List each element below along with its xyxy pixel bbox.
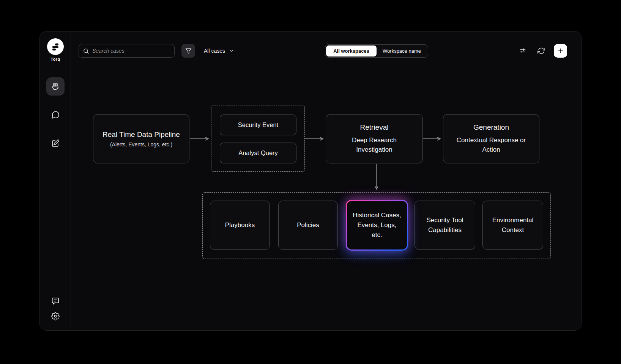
search-cases-box xyxy=(79,44,175,58)
gear-icon xyxy=(51,312,60,320)
node-security-event: Security Event xyxy=(220,115,296,135)
tab-workspace-name[interactable]: Workspace name xyxy=(377,46,427,56)
chat-icon xyxy=(51,110,60,119)
sidebar: Torq xyxy=(40,31,71,330)
sidebar-item-chat[interactable] xyxy=(46,106,65,124)
sidebar-item-compose[interactable] xyxy=(46,134,65,152)
node-environmental-context: Environmental Context xyxy=(482,201,543,250)
node-subtitle: (Alerts, Events, Logs, etc.) xyxy=(110,141,172,147)
sidebar-item-cases[interactable] xyxy=(46,77,65,96)
compose-icon xyxy=(51,139,60,148)
node-retrieval: Retrieval Deep Research Investigation xyxy=(326,114,423,163)
flow-arrows xyxy=(40,31,582,331)
search-input[interactable] xyxy=(92,48,170,54)
node-generation: Generation Contextual Response or Action xyxy=(443,114,539,163)
torq-logo-icon xyxy=(47,38,64,55)
filter-funnel-icon xyxy=(185,48,192,54)
node-security-tool-capabilities: Security Tool Capabilities xyxy=(415,201,475,250)
node-subtitle: Contextual Response or Action xyxy=(453,135,529,154)
node-title: Generation xyxy=(473,123,509,132)
workspace-toggle: All workspaces Workspace name xyxy=(325,44,428,58)
node-title: Real Time Data Pipeline xyxy=(102,130,180,139)
sidebar-item-settings[interactable] xyxy=(46,307,65,325)
cases-icon xyxy=(51,82,60,91)
tab-all-workspaces[interactable]: All workspaces xyxy=(326,46,377,56)
cases-filter-label: All cases xyxy=(204,48,225,54)
screen: Torq xyxy=(0,0,621,364)
node-analyst-query: Analyst Query xyxy=(220,143,296,163)
node-real-time-data-pipeline: Real Time Data Pipeline (Alerts, Events,… xyxy=(93,114,189,163)
app-window: Torq xyxy=(39,31,582,331)
node-historical-cases: Historical Cases, Events, Logs, etc. xyxy=(346,200,408,251)
node-title: Retrieval xyxy=(360,123,389,132)
filter-button[interactable] xyxy=(181,44,195,58)
search-icon xyxy=(83,48,89,54)
node-playbooks: Playbooks xyxy=(210,201,270,250)
add-case-button[interactable] xyxy=(554,44,567,58)
brand-logo: Torq xyxy=(40,38,71,61)
plus-icon xyxy=(558,48,564,54)
node-subtitle: Deep Research Investigation xyxy=(338,135,410,154)
chevron-down-icon xyxy=(229,48,234,53)
display-settings-icon[interactable] xyxy=(519,47,526,55)
brand-name: Torq xyxy=(40,57,71,61)
feedback-icon xyxy=(51,297,60,305)
cases-filter-dropdown[interactable]: All cases xyxy=(204,44,234,58)
refresh-icon[interactable] xyxy=(537,47,545,55)
node-policies: Policies xyxy=(278,201,338,250)
